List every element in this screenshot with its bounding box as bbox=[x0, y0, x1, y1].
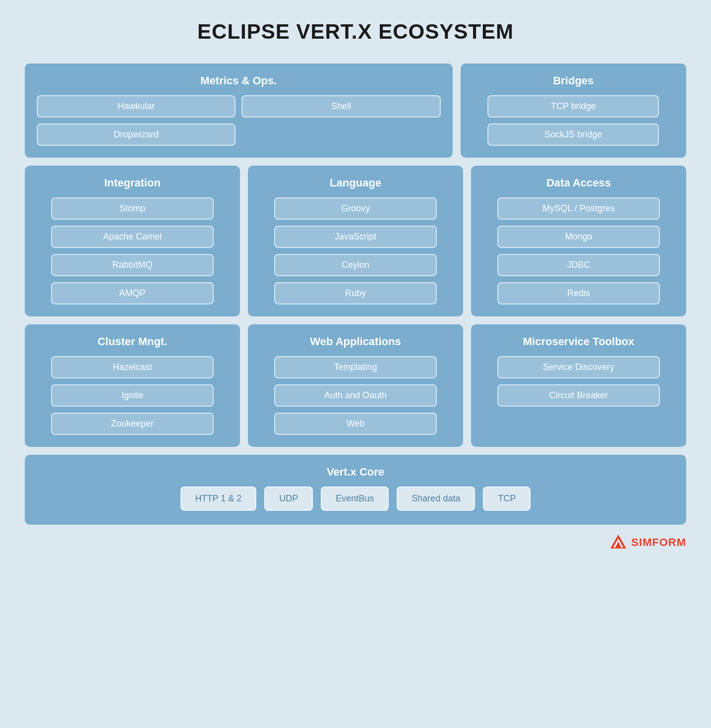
list-item: Templating bbox=[274, 356, 437, 378]
section-data-access: Data Access MySQL / Postgres Mongo JDBC … bbox=[471, 166, 686, 316]
list-item: UDP bbox=[264, 486, 313, 511]
web-apps-title: Web Applications bbox=[260, 335, 451, 348]
row-2: Integration Stomp Apache Camel RabbitMQ … bbox=[25, 166, 686, 316]
integration-items: Stomp Apache Camel RabbitMQ AMQP bbox=[37, 197, 228, 304]
list-item: EventBus bbox=[321, 486, 389, 511]
section-core: Vert.x Core HTTP 1 & 2 UDP EventBus Shar… bbox=[25, 455, 686, 525]
list-item: Dropwizard bbox=[37, 123, 236, 146]
list-item: Circuit Breaker bbox=[497, 384, 660, 407]
list-item: Mongo bbox=[497, 226, 660, 248]
list-item: Service Discovery bbox=[497, 356, 660, 378]
bridges-items: TCP bridge SockJS bridge bbox=[473, 95, 674, 146]
section-bridges: Bridges TCP bridge SockJS bridge bbox=[461, 63, 686, 158]
section-microservice: Microservice Toolbox Service Discovery C… bbox=[471, 324, 686, 447]
page-title: ECLIPSE VERT.X ECOSYSTEM bbox=[25, 20, 686, 44]
list-item: MySQL / Postgres bbox=[497, 197, 660, 220]
list-item: Ignite bbox=[51, 384, 214, 407]
microservice-title: Microservice Toolbox bbox=[483, 335, 674, 348]
section-integration: Integration Stomp Apache Camel RabbitMQ … bbox=[25, 166, 240, 316]
language-title: Language bbox=[260, 177, 451, 189]
list-item: AMQP bbox=[51, 282, 214, 304]
simform-logo: SIMFORM bbox=[25, 534, 686, 551]
integration-title: Integration bbox=[37, 177, 228, 189]
section-metrics-ops: Metrics & Ops. Hawkular Shell Dropwizard bbox=[25, 63, 453, 158]
core-items: HTTP 1 & 2 UDP EventBus Shared data TCP bbox=[37, 486, 674, 511]
list-item: Hazelcast bbox=[51, 356, 214, 378]
data-access-items: MySQL / Postgres Mongo JDBC Redis bbox=[483, 197, 674, 304]
metrics-ops-items: Hawkular Shell Dropwizard bbox=[37, 95, 441, 146]
list-item: Auth and Oauth bbox=[274, 384, 437, 407]
ecosystem-diagram: Metrics & Ops. Hawkular Shell Dropwizard… bbox=[25, 63, 686, 525]
list-item: Web bbox=[274, 413, 437, 435]
list-item: Hawkular bbox=[37, 95, 236, 118]
list-item: Zookeeper bbox=[51, 413, 214, 435]
section-language: Language Groovy JavaScript Ceylon Ruby bbox=[248, 166, 463, 316]
list-item: RabbitMQ bbox=[51, 254, 214, 276]
row-3: Cluster Mngt. Hazelcast Ignite Zookeeper… bbox=[25, 324, 686, 447]
list-item: Ceylon bbox=[274, 254, 437, 276]
list-item: Shared data bbox=[397, 486, 475, 511]
list-item: Redis bbox=[497, 282, 660, 304]
list-item: Stomp bbox=[51, 197, 214, 220]
section-cluster-mngt: Cluster Mngt. Hazelcast Ignite Zookeeper bbox=[25, 324, 240, 447]
cluster-mngt-title: Cluster Mngt. bbox=[37, 335, 228, 348]
web-apps-items: Templating Auth and Oauth Web bbox=[260, 356, 451, 435]
list-item: HTTP 1 & 2 bbox=[180, 486, 257, 511]
core-title: Vert.x Core bbox=[37, 466, 674, 479]
list-item: SockJS bridge bbox=[487, 123, 659, 146]
simform-text: SIMFORM bbox=[631, 536, 686, 549]
language-items: Groovy JavaScript Ceylon Ruby bbox=[260, 197, 451, 304]
simform-icon bbox=[609, 534, 627, 551]
list-item: Ruby bbox=[274, 282, 437, 304]
cluster-mngt-items: Hazelcast Ignite Zookeeper bbox=[37, 356, 228, 435]
list-item: JDBC bbox=[497, 254, 660, 276]
bridges-title: Bridges bbox=[473, 74, 674, 87]
row-1: Metrics & Ops. Hawkular Shell Dropwizard… bbox=[25, 63, 686, 158]
list-item: Groovy bbox=[274, 197, 437, 220]
list-item: Shell bbox=[241, 95, 440, 118]
data-access-title: Data Access bbox=[483, 177, 674, 189]
metrics-ops-title: Metrics & Ops. bbox=[37, 74, 441, 87]
list-item: TCP bridge bbox=[487, 95, 659, 118]
list-item: TCP bbox=[483, 486, 531, 511]
list-item: JavaScript bbox=[274, 226, 437, 248]
section-web-apps: Web Applications Templating Auth and Oau… bbox=[248, 324, 463, 447]
microservice-items: Service Discovery Circuit Breaker bbox=[483, 356, 674, 407]
list-item: Apache Camel bbox=[51, 226, 214, 248]
